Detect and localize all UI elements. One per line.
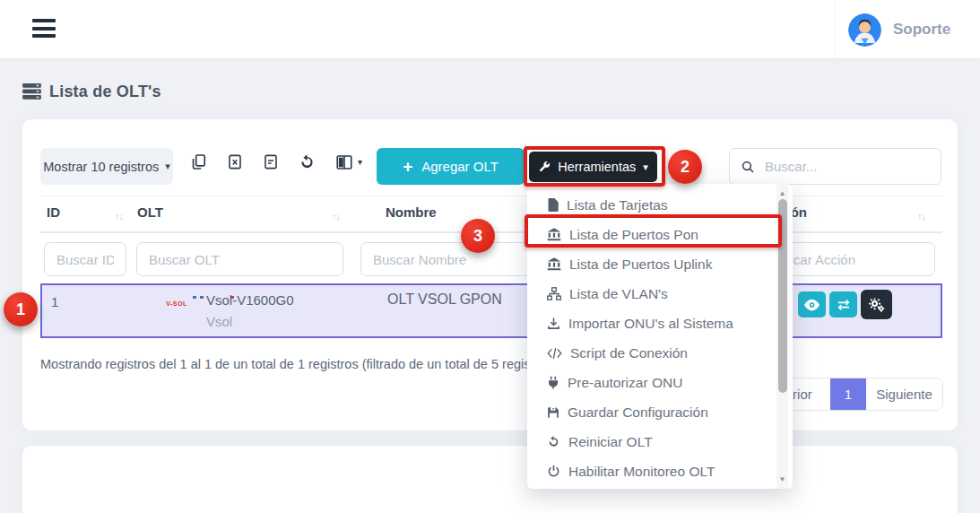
entries-label: Mostrar 10 registros	[43, 160, 159, 174]
copy-icon[interactable]	[190, 153, 207, 170]
table-top-divider	[40, 196, 942, 196]
filter-id-input[interactable]	[44, 242, 126, 276]
user-menu[interactable]: Soporte	[835, 0, 980, 59]
row-olt-model: Vsol-V1600G0	[206, 292, 294, 308]
scroll-up-icon[interactable]	[776, 187, 788, 200]
menu-item-script-de-conexion[interactable]: Script de Conexión	[527, 338, 771, 368]
bank-icon	[547, 257, 561, 271]
sort-icon[interactable]	[332, 207, 340, 222]
page-title: Lista de OLT's	[49, 83, 161, 101]
search-icon	[741, 160, 755, 174]
add-olt-label: Agregar OLT	[421, 159, 499, 174]
plus-icon	[403, 158, 412, 175]
global-search	[729, 148, 941, 185]
table-row[interactable]: 1 V-SOL Vsol-V1600G0 Vsol OLT VSOL GPON	[40, 283, 942, 338]
save-icon	[547, 406, 559, 419]
refresh-icon[interactable]	[299, 153, 316, 170]
column-header-id[interactable]: ID	[47, 204, 60, 226]
menu-item-reiniciar-olt[interactable]: Reiniciar OLT	[527, 427, 771, 456]
device-logo-text: V-SOL	[166, 300, 187, 307]
menu-item-pre-autorizar-onu[interactable]: Pre-autorizar ONU	[527, 368, 771, 397]
dropdown-scrollbar[interactable]	[776, 184, 788, 489]
file-export-icon[interactable]	[263, 153, 279, 170]
chevron-down-icon	[643, 161, 648, 173]
pagination-next-button[interactable]: Siguiente	[866, 378, 942, 410]
annotation-step-1: 1	[4, 292, 38, 326]
pagination-current-page[interactable]: 1	[830, 378, 866, 410]
menu-item-guardar-configuracion[interactable]: Guardar Configuración	[527, 397, 771, 427]
row-actions	[798, 291, 892, 319]
download-icon	[547, 317, 560, 330]
export-toolbar	[190, 153, 362, 170]
top-navbar: Soporte	[0, 0, 980, 59]
column-header-nombre[interactable]: Nombre	[386, 204, 437, 226]
menu-item-label: Lista de VLAN's	[569, 286, 668, 302]
annotation-step-2: 2	[668, 150, 702, 184]
secondary-card	[22, 446, 958, 513]
header-label: ID	[47, 204, 60, 220]
column-header-olt[interactable]: OLT	[137, 204, 163, 226]
tools-dropdown-menu: Lista de Tarjetas Lista de Puertos Pon L…	[527, 184, 793, 489]
sitemap-icon	[547, 287, 561, 300]
menu-item-label: Pre-autorizar ONU	[568, 375, 682, 391]
hamburger-menu-icon[interactable]	[32, 19, 57, 40]
user-avatar	[848, 13, 881, 47]
tools-label: Herramientas	[558, 160, 636, 174]
eye-icon	[804, 299, 820, 311]
records-summary: Mostrando registros del 1 al 1 de un tot…	[40, 357, 556, 371]
menu-item-label: Habilitar Monitoreo OLT	[568, 464, 715, 480]
menu-item-lista-de-puertos-uplink[interactable]: Lista de Puertos Uplink	[527, 249, 771, 279]
scroll-down-icon[interactable]	[776, 473, 788, 486]
view-button[interactable]	[798, 291, 826, 317]
menu-item-importar-onus[interactable]: Importar ONU's al Sistema	[527, 309, 771, 338]
excel-export-icon[interactable]	[227, 153, 243, 170]
wrench-icon	[538, 161, 551, 173]
menu-item-lista-de-vlans[interactable]: Lista de VLAN's	[527, 279, 771, 309]
power-icon	[547, 465, 560, 478]
user-name: Soporte	[893, 21, 950, 39]
menu-item-label: Lista de Puertos Uplink	[569, 256, 712, 273]
entries-per-page-select[interactable]: Mostrar 10 registros	[40, 148, 173, 185]
row-olt-brand: Vsol	[206, 314, 232, 329]
menu-item-label: Lista de Tarjetas	[567, 197, 668, 213]
gears-icon	[868, 297, 885, 312]
refresh-icon	[547, 435, 560, 448]
search-input[interactable]	[765, 159, 930, 174]
menu-item-lista-de-tarjetas[interactable]: Lista de Tarjetas	[527, 190, 771, 220]
menu-item-label: Guardar Configuración	[568, 404, 708, 421]
add-olt-button[interactable]: Agregar OLT	[377, 148, 525, 185]
menu-item-habilitar-monitoreo[interactable]: Habilitar Monitoreo OLT	[527, 456, 771, 486]
filter-olt-input[interactable]	[136, 242, 343, 276]
sim-card-icon	[547, 198, 559, 212]
olt-device-image: V-SOL	[145, 293, 208, 309]
tools-dropdown-button[interactable]: Herramientas	[529, 152, 657, 182]
row-nombre: OLT VSOL GPON	[387, 291, 502, 308]
header-label: Nombre	[386, 204, 437, 220]
header-label: OLT	[137, 204, 163, 220]
plug-icon	[547, 376, 559, 389]
row-id: 1	[51, 294, 58, 309]
menu-item-label: Importar ONU's al Sistema	[568, 316, 733, 332]
annotation-step-3: 3	[461, 219, 495, 253]
menu-item-label: Lista de Puertos Pon	[569, 227, 698, 243]
chevron-down-icon	[165, 161, 170, 172]
sort-icon[interactable]	[917, 207, 925, 222]
column-visibility-icon[interactable]	[335, 154, 362, 170]
chevron-down-icon	[358, 157, 362, 167]
server-stack-icon	[22, 83, 41, 100]
scrollbar-thumb[interactable]	[778, 199, 787, 393]
manage-button[interactable]	[861, 290, 892, 319]
menu-item-label: Script de Conexión	[570, 345, 688, 361]
sort-icon[interactable]	[115, 207, 123, 222]
menu-item-lista-de-puertos-pon[interactable]: Lista de Puertos Pon	[527, 220, 771, 249]
code-icon	[547, 347, 562, 360]
menu-item-label: Reiniciar OLT	[568, 434, 653, 450]
bank-icon	[547, 228, 561, 241]
app-screen: Soporte Lista de OLT's Mostrar 10 regist…	[0, 0, 980, 513]
page-header: Lista de OLT's	[22, 83, 161, 101]
tools-menu-list: Lista de Tarjetas Lista de Puertos Pon L…	[527, 190, 771, 486]
exchange-arrows-icon	[837, 299, 851, 311]
transfer-button[interactable]	[829, 291, 857, 317]
